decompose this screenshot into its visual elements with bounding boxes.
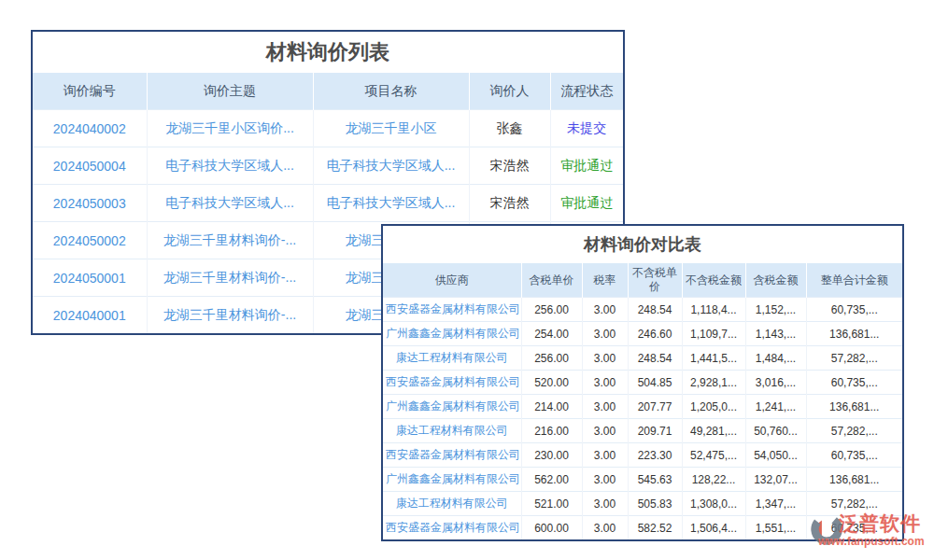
price-no-tax-cell: 582.52 xyxy=(628,516,682,540)
table-row: 2024050003电子科技大学区域人...电子科技大学区域人...宋浩然审批通… xyxy=(33,185,623,222)
amount-no-tax-cell: 52,475,... xyxy=(682,443,745,468)
supplier-link[interactable]: 西安盛器金属材料有限公司 xyxy=(383,298,521,322)
amount-no-tax-cell: 2,928,1... xyxy=(682,371,745,395)
tax-rate-cell: 3.00 xyxy=(582,492,628,516)
col-header-price-with-tax: 含税单价 xyxy=(521,263,582,298)
table-row: 康达工程材料有限公司256.003.00248.541,441,5...1,48… xyxy=(383,346,902,371)
status-badge[interactable]: 未提交 xyxy=(550,110,623,147)
inquiry-subject-link[interactable]: 电子科技大学区域人... xyxy=(147,147,313,185)
comparison-table: 供应商 含税单价 税率 不含税单价 不含税金额 含税金额 整单合计金额 西安盛器… xyxy=(383,263,902,539)
supplier-link[interactable]: 广州鑫鑫金属材料有限公司 xyxy=(383,395,521,419)
price-no-tax-cell: 505.83 xyxy=(628,492,682,516)
supplier-link[interactable]: 西安盛器金属材料有限公司 xyxy=(383,443,521,468)
col-header-amount-no-tax: 不含税金额 xyxy=(682,263,745,298)
supplier-link[interactable]: 康达工程材料有限公司 xyxy=(383,492,521,516)
price-with-tax-cell: 521.00 xyxy=(521,492,582,516)
order-total-cell: 60,735,... xyxy=(806,298,902,322)
amount-with-tax-cell: 54,050... xyxy=(745,443,806,468)
vendor-watermark: 泛普软件 www.fanpusoft.com xyxy=(801,507,934,555)
col-header-order-total: 整单合计金额 xyxy=(806,263,902,298)
price-with-tax-cell: 230.00 xyxy=(521,443,582,468)
col-header-workflow-status: 流程状态 xyxy=(550,73,623,110)
tax-rate-cell: 3.00 xyxy=(582,443,628,468)
order-total-cell: 136,681... xyxy=(806,395,902,419)
tax-rate-cell: 3.00 xyxy=(582,371,628,395)
supplier-link[interactable]: 康达工程材料有限公司 xyxy=(383,346,521,371)
watermark-brand-text: 泛普软件 xyxy=(839,511,921,537)
col-header-inquiry-id: 询价编号 xyxy=(33,73,147,110)
inquirer-name: 张鑫 xyxy=(469,110,550,147)
inquiry-id-link[interactable]: 2024040002 xyxy=(33,110,147,147)
amount-with-tax-cell: 1,484,... xyxy=(745,346,806,371)
order-total-cell: 136,681... xyxy=(806,468,902,492)
amount-with-tax-cell: 1,143,... xyxy=(745,322,806,346)
project-name-link[interactable]: 电子科技大学区域人... xyxy=(313,185,469,222)
inquiry-subject-link[interactable]: 龙湖三千里小区询价... xyxy=(147,110,313,147)
price-with-tax-cell: 214.00 xyxy=(521,395,582,419)
inquiry-subject-link[interactable]: 龙湖三千里材料询价-... xyxy=(147,222,313,259)
price-no-tax-cell: 504.85 xyxy=(628,371,682,395)
order-total-cell: 60,735,... xyxy=(806,443,902,468)
price-no-tax-cell: 248.54 xyxy=(628,298,682,322)
inquiry-id-link[interactable]: 2024050002 xyxy=(33,222,147,259)
inquirer-name: 宋浩然 xyxy=(469,147,550,185)
amount-no-tax-cell: 1,118,4... xyxy=(682,298,745,322)
project-name-link[interactable]: 电子科技大学区域人... xyxy=(313,147,469,185)
tax-rate-cell: 3.00 xyxy=(582,322,628,346)
amount-with-tax-cell: 1,241,... xyxy=(745,395,806,419)
amount-with-tax-cell: 50,760... xyxy=(745,419,806,443)
order-total-cell: 136,681... xyxy=(806,322,902,346)
price-with-tax-cell: 600.00 xyxy=(521,516,582,540)
price-no-tax-cell: 207.77 xyxy=(628,395,682,419)
amount-no-tax-cell: 1,109,7... xyxy=(682,322,745,346)
price-no-tax-cell: 545.63 xyxy=(628,468,682,492)
inquiry-subject-link[interactable]: 龙湖三千里材料询价-... xyxy=(147,297,313,334)
tax-rate-cell: 3.00 xyxy=(582,419,628,443)
table-row: 2024040002龙湖三千里小区询价...龙湖三千里小区张鑫未提交 xyxy=(33,110,623,147)
order-total-cell: 57,282,... xyxy=(806,419,902,443)
table-row: 广州鑫鑫金属材料有限公司254.003.00246.601,109,7...1,… xyxy=(383,322,902,346)
tax-rate-cell: 3.00 xyxy=(582,298,628,322)
tax-rate-cell: 3.00 xyxy=(582,395,628,419)
supplier-link[interactable]: 广州鑫鑫金属材料有限公司 xyxy=(383,322,521,346)
price-with-tax-cell: 254.00 xyxy=(521,322,582,346)
amount-no-tax-cell: 1,441,5... xyxy=(682,346,745,371)
amount-with-tax-cell: 3,016,... xyxy=(745,371,806,395)
inquiry-list-title: 材料询价列表 xyxy=(33,32,623,73)
table-row: 2024050004电子科技大学区域人...电子科技大学区域人...宋浩然审批通… xyxy=(33,147,623,185)
table-row: 康达工程材料有限公司216.003.00209.7149,281,...50,7… xyxy=(383,419,902,443)
watermark-url-text: www.fanpusoft.com xyxy=(818,535,925,548)
inquiry-id-link[interactable]: 2024050001 xyxy=(33,259,147,297)
amount-with-tax-cell: 1,347,... xyxy=(745,492,806,516)
inquiry-id-link[interactable]: 2024050003 xyxy=(33,185,147,222)
price-no-tax-cell: 209.71 xyxy=(628,419,682,443)
supplier-link[interactable]: 康达工程材料有限公司 xyxy=(383,419,521,443)
comparison-header: 供应商 含税单价 税率 不含税单价 不含税金额 含税金额 整单合计金额 xyxy=(383,263,902,298)
amount-with-tax-cell: 1,551,... xyxy=(745,516,806,540)
amount-with-tax-cell: 1,152,... xyxy=(745,298,806,322)
inquiry-subject-link[interactable]: 电子科技大学区域人... xyxy=(147,185,313,222)
amount-with-tax-cell: 132,07... xyxy=(745,468,806,492)
table-row: 西安盛器金属材料有限公司520.003.00504.852,928,1...3,… xyxy=(383,371,902,395)
table-row: 西安盛器金属材料有限公司230.003.00223.3052,475,...54… xyxy=(383,443,902,468)
tax-rate-cell: 3.00 xyxy=(582,516,628,540)
status-badge[interactable]: 审批通过 xyxy=(550,185,623,222)
col-header-project-name: 项目名称 xyxy=(313,73,469,110)
price-no-tax-cell: 223.30 xyxy=(628,443,682,468)
inquiry-subject-link[interactable]: 龙湖三千里材料询价-... xyxy=(147,259,313,297)
supplier-link[interactable]: 西安盛器金属材料有限公司 xyxy=(383,371,521,395)
inquiry-id-link[interactable]: 2024050004 xyxy=(33,147,147,185)
inquirer-name: 宋浩然 xyxy=(469,185,550,222)
col-header-tax-rate: 税率 xyxy=(582,263,628,298)
status-badge[interactable]: 审批通过 xyxy=(550,147,623,185)
supplier-link[interactable]: 西安盛器金属材料有限公司 xyxy=(383,516,521,540)
project-name-link[interactable]: 龙湖三千里小区 xyxy=(313,110,469,147)
supplier-link[interactable]: 广州鑫鑫金属材料有限公司 xyxy=(383,468,521,492)
price-with-tax-cell: 562.00 xyxy=(521,468,582,492)
price-no-tax-cell: 246.60 xyxy=(628,322,682,346)
inquiry-id-link[interactable]: 2024040001 xyxy=(33,297,147,334)
col-header-amount-with-tax: 含税金额 xyxy=(745,263,806,298)
col-header-price-no-tax: 不含税单价 xyxy=(628,263,682,298)
amount-no-tax-cell: 49,281,... xyxy=(682,419,745,443)
amount-no-tax-cell: 1,506,4... xyxy=(682,516,745,540)
